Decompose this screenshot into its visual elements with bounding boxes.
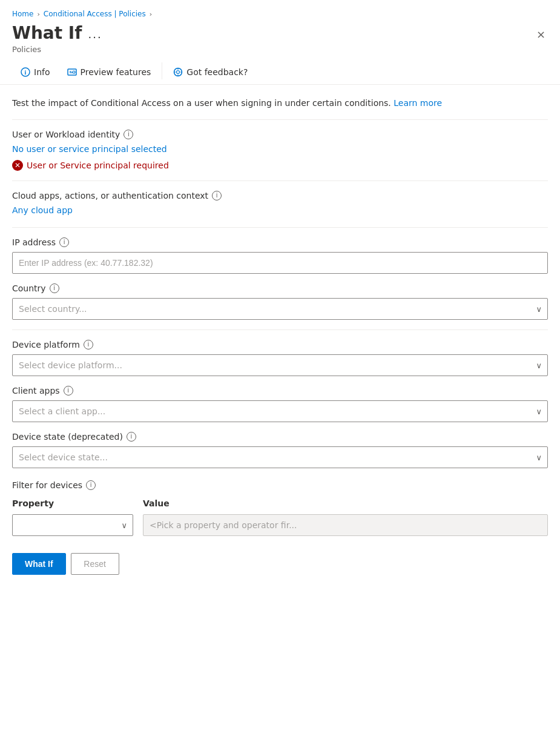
ip-address-input[interactable] [12,252,548,274]
device-platform-section: Device platform i Select device platform… [12,340,548,376]
device-platform-select[interactable]: Select device platform... [12,354,548,376]
device-state-label: Device state (deprecated) i [12,432,548,442]
page-subtitle: Policies [12,45,102,54]
toolbar: i Info Preview features [0,56,560,85]
user-identity-info-icon[interactable]: i [124,130,133,139]
cloud-apps-section: Cloud apps, actions, or authentication c… [12,191,548,217]
country-label: Country i [12,283,548,293]
device-platform-select-wrapper: Select device platform... ∨ [12,354,548,376]
header-left: What If ... Policies [12,23,102,54]
ip-address-info-icon[interactable]: i [59,237,69,247]
toolbar-info[interactable]: i Info [12,62,59,84]
device-state-placeholder: Select device state... [19,452,108,462]
filter-table: Property Value ∨ <Pick a property and op [12,495,548,536]
no-user-selected-link[interactable]: No user or service principal selected [12,144,167,154]
feedback-label: Got feedback? [186,67,248,77]
breadcrumb-sep-1: › [37,10,39,18]
breadcrumb: Home › Conditional Access | Policies › [0,0,560,21]
value-column-header: Value [133,495,548,512]
preview-icon [67,67,77,77]
what-if-button[interactable]: What If [12,553,66,575]
filter-value-display: <Pick a property and operator fir... [143,514,548,536]
country-info-icon[interactable]: i [50,283,59,293]
cloud-apps-info-icon[interactable]: i [212,191,222,200]
content-area: Test the impact of Conditional Access on… [0,85,560,536]
filter-devices-info-icon[interactable]: i [86,480,96,490]
client-apps-placeholder: Select a client app... [19,406,105,416]
svg-text:i: i [25,69,27,76]
close-button[interactable]: × [534,25,548,43]
filter-data-row: ∨ <Pick a property and operator fir... [12,514,548,536]
country-select[interactable]: Select country... [12,298,548,320]
toolbar-feedback[interactable]: Got feedback? [165,62,256,84]
filter-value-placeholder: <Pick a property and operator fir... [150,520,297,530]
property-column-header: Property [12,495,133,512]
info-label: Info [34,67,50,77]
filter-devices-label: Filter for devices i [12,480,548,490]
page-title: What If [12,23,82,44]
error-icon: ✕ [12,160,23,171]
user-identity-error: ✕ User or Service principal required [12,160,548,171]
info-circle-icon: i [21,67,30,77]
country-placeholder: Select country... [19,304,87,314]
page-header: What If ... Policies × [0,21,560,56]
toolbar-divider [162,62,162,79]
device-state-select[interactable]: Select device state... [12,446,548,468]
cloud-apps-label: Cloud apps, actions, or authentication c… [12,191,548,200]
device-state-select-wrapper: Select device state... ∨ [12,446,548,468]
svg-point-7 [177,71,180,74]
country-section: Country i Select country... ∨ [12,283,548,320]
filter-devices-section: Filter for devices i Property Value ∨ [12,480,548,536]
ip-address-label: IP address i [12,237,548,247]
feedback-icon [173,67,183,77]
device-platform-label: Device platform i [12,340,548,349]
error-text: User or Service principal required [27,161,169,170]
client-apps-section: Client apps i Select a client app... ∨ [12,386,548,422]
filter-property-select-wrapper: ∨ [12,514,133,536]
svg-point-5 [73,71,75,73]
what-if-panel: Home › Conditional Access | Policies › W… [0,0,560,593]
divider-3 [12,227,548,228]
client-apps-info-icon[interactable]: i [64,386,73,396]
ellipsis-button[interactable]: ... [88,28,102,41]
preview-label: Preview features [81,67,151,77]
device-state-info-icon[interactable]: i [127,432,136,442]
title-row: What If ... [12,23,102,44]
device-platform-placeholder: Select device platform... [19,360,122,370]
user-identity-section: User or Workload identity i No user or s… [12,130,548,171]
breadcrumb-sep-2: › [150,10,152,18]
user-identity-label: User or Workload identity i [12,130,548,139]
filter-header-row: Property Value [12,495,548,512]
device-state-section: Device state (deprecated) i Select devic… [12,432,548,468]
client-apps-select[interactable]: Select a client app... [12,400,548,422]
cloud-apps-value-link[interactable]: Any cloud app [12,205,73,215]
client-apps-label: Client apps i [12,386,548,396]
filter-property-select[interactable] [12,514,133,536]
divider-4 [12,329,548,330]
breadcrumb-home[interactable]: Home [12,10,33,18]
client-apps-select-wrapper: Select a client app... ∨ [12,400,548,422]
breadcrumb-policies[interactable]: Conditional Access | Policies [44,10,146,18]
button-row: What If Reset [0,538,560,593]
device-platform-info-icon[interactable]: i [84,340,93,349]
divider-1 [12,119,548,120]
toolbar-preview[interactable]: Preview features [59,62,160,84]
country-select-wrapper: Select country... ∨ [12,298,548,320]
reset-button[interactable]: Reset [71,553,119,575]
intro-text: Test the impact of Conditional Access on… [12,97,548,110]
learn-more-link[interactable]: Learn more [394,98,442,108]
ip-address-section: IP address i [12,237,548,274]
divider-2 [12,180,548,181]
